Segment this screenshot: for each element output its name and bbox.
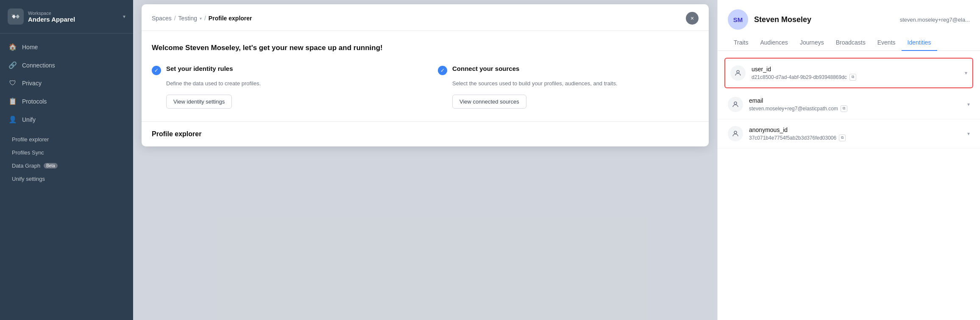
breadcrumb-testing[interactable]: Testing — [178, 15, 197, 22]
anonymous-id-chevron-icon: ▾ — [967, 131, 970, 137]
privacy-icon: 🛡 — [8, 79, 17, 87]
modal-body: Welcome Steven Moseley, let's get your n… — [142, 31, 709, 121]
identity-email-icon — [728, 97, 743, 112]
sidebar-item-unify[interactable]: 👤 Unify — [0, 110, 133, 129]
svg-point-0 — [737, 70, 739, 73]
workspace-header[interactable]: Workspace Anders Apparel ▾ — [0, 0, 133, 34]
step-connect-sources: ✓ Connect your sources Select the source… — [438, 65, 699, 109]
identity-email-label: email — [749, 97, 967, 104]
identities-list: user_id d21c8500-d7ad-4abf-9b29-db939488… — [718, 51, 980, 320]
identity-email-value: steven.moseley+reg7@elasticpath.com ⧉ — [749, 105, 967, 112]
breadcrumb-spaces[interactable]: Spaces — [152, 15, 172, 22]
sidebar-item-profiles-sync[interactable]: Profiles Sync — [0, 146, 133, 159]
profile-info: Steven Moseley — [754, 15, 811, 24]
modal-header: Spaces / Testing ▾ / Profile explorer × — [142, 4, 709, 31]
tab-traits[interactable]: Traits — [728, 35, 754, 51]
modal-footer: Profile explorer — [142, 121, 709, 146]
step-1-title: Set your identity rules — [166, 65, 233, 72]
identity-user-id-icon — [730, 65, 746, 81]
copy-user-id-icon[interactable]: ⧉ — [849, 74, 856, 81]
workspace-chevron-icon: ▾ — [123, 14, 125, 20]
modal-overlay: Spaces / Testing ▾ / Profile explorer × … — [133, 0, 717, 320]
breadcrumb-dropdown-icon[interactable]: ▾ — [200, 16, 202, 21]
tab-broadcasts[interactable]: Broadcasts — [830, 35, 871, 51]
step-2-header: ✓ Connect your sources — [438, 65, 699, 75]
breadcrumb-sep-2: / — [204, 15, 206, 22]
sidebar-item-unify-settings[interactable]: Unify settings — [0, 172, 133, 185]
sidebar-item-profile-explorer[interactable]: Profile explorer — [0, 133, 133, 146]
identity-user-id-info: user_id d21c8500-d7ad-4abf-9b29-db939488… — [752, 66, 965, 81]
tab-audiences[interactable]: Audiences — [754, 35, 793, 51]
modal-close-button[interactable]: × — [686, 12, 699, 25]
workspace-name: Anders Apparel — [28, 16, 119, 23]
profile-name: Steven Moseley — [754, 15, 811, 24]
identity-anonymous-icon — [728, 126, 743, 141]
tab-identities[interactable]: Identities — [902, 35, 937, 51]
workspace-logo — [8, 8, 24, 25]
profile-tabs: Traits Audiences Journeys Broadcasts Eve… — [718, 30, 980, 51]
profiles-sync-label: Profiles Sync — [12, 149, 44, 156]
step-2-description: Select the sources used to build your pr… — [452, 79, 699, 88]
sidebar-item-home[interactable]: 🏠 Home — [0, 38, 133, 56]
step-2-title: Connect your sources — [452, 65, 519, 72]
breadcrumb: Spaces / Testing ▾ / Profile explorer — [152, 15, 252, 22]
breadcrumb-current: Profile explorer — [209, 15, 252, 22]
breadcrumb-sep-1: / — [174, 15, 176, 22]
workspace-info: Workspace Anders Apparel — [28, 11, 119, 23]
profile-explorer-label: Profile explorer — [12, 136, 49, 143]
tab-journeys[interactable]: Journeys — [794, 35, 830, 51]
sidebar-item-connections[interactable]: 🔗 Connections — [0, 56, 133, 74]
email-chevron-icon: ▾ — [967, 101, 970, 107]
avatar: SM — [728, 9, 748, 30]
identity-item-user-id[interactable]: user_id d21c8500-d7ad-4abf-9b29-db939488… — [724, 58, 973, 88]
main-area: Spaces / Testing ▾ / Profile explorer × … — [133, 0, 717, 320]
sidebar: Workspace Anders Apparel ▾ 🏠 Home 🔗 Conn… — [0, 0, 133, 320]
sidebar-item-home-label: Home — [22, 44, 38, 51]
modal-card: Spaces / Testing ▾ / Profile explorer × … — [142, 4, 709, 146]
svg-point-2 — [734, 131, 737, 134]
sidebar-item-protocols[interactable]: 📋 Protocols — [0, 92, 133, 110]
step-1-header: ✓ Set your identity rules — [152, 65, 412, 75]
identity-email-info: email steven.moseley+reg7@elasticpath.co… — [749, 97, 967, 112]
modal-steps: ✓ Set your identity rules Define the dat… — [152, 65, 699, 109]
identity-user-id-label: user_id — [752, 66, 965, 73]
profile-avatar-name: SM Steven Moseley — [728, 9, 811, 30]
identity-anonymous-id-label: anonymous_id — [749, 126, 967, 133]
identity-user-id-value: d21c8500-d7ad-4abf-9b29-db93948869dc ⧉ — [752, 74, 965, 81]
sidebar-item-unify-label: Unify — [22, 116, 36, 123]
copy-anonymous-id-icon[interactable]: ⧉ — [839, 135, 846, 141]
profile-email: steven.moseley+reg7@ela... — [900, 17, 970, 23]
profile-header: SM Steven Moseley steven.moseley+reg7@el… — [718, 0, 980, 30]
copy-email-icon[interactable]: ⧉ — [841, 105, 847, 112]
connections-icon: 🔗 — [8, 61, 17, 69]
view-identity-settings-button[interactable]: View identity settings — [166, 95, 232, 109]
step-1-check-icon: ✓ — [152, 66, 161, 75]
main-nav: 🏠 Home 🔗 Connections 🛡 Privacy 📋 Protoco… — [0, 34, 133, 133]
step-2-check-icon: ✓ — [438, 66, 447, 75]
tab-events[interactable]: Events — [871, 35, 902, 51]
sidebar-sub-nav: Profile explorer Profiles Sync Data Grap… — [0, 133, 133, 185]
data-graph-label: Data Graph — [12, 163, 40, 169]
beta-badge: Beta — [44, 163, 58, 168]
identity-item-email[interactable]: email steven.moseley+reg7@elasticpath.co… — [718, 90, 980, 119]
sidebar-item-connections-label: Connections — [22, 62, 55, 69]
step-identity-rules: ✓ Set your identity rules Define the dat… — [152, 65, 412, 109]
protocols-icon: 📋 — [8, 97, 17, 105]
home-icon: 🏠 — [8, 43, 17, 51]
view-connected-sources-button[interactable]: View connected sources — [452, 95, 526, 109]
svg-point-1 — [734, 102, 737, 104]
unify-icon: 👤 — [8, 115, 17, 124]
sidebar-item-data-graph[interactable]: Data Graph Beta — [0, 159, 133, 172]
identity-item-anonymous-id[interactable]: anonymous_id 37c071b4e7754f5ab2b3d376fed… — [718, 119, 980, 149]
sidebar-item-privacy[interactable]: 🛡 Privacy — [0, 74, 133, 92]
identity-anonymous-id-info: anonymous_id 37c071b4e7754f5ab2b3d376fed… — [749, 126, 967, 141]
identity-anonymous-id-value: 37c071b4e7754f5ab2b3d376fed03006 ⧉ — [749, 135, 967, 141]
unify-settings-label: Unify settings — [12, 176, 45, 182]
right-panel: SM Steven Moseley steven.moseley+reg7@el… — [717, 0, 980, 320]
sidebar-item-privacy-label: Privacy — [22, 80, 42, 87]
sidebar-item-protocols-label: Protocols — [22, 98, 47, 105]
modal-footer-title: Profile explorer — [152, 130, 699, 138]
workspace-label: Workspace — [28, 11, 119, 16]
step-1-description: Define the data used to create profiles. — [166, 79, 412, 88]
user-id-chevron-icon: ▾ — [965, 70, 967, 76]
